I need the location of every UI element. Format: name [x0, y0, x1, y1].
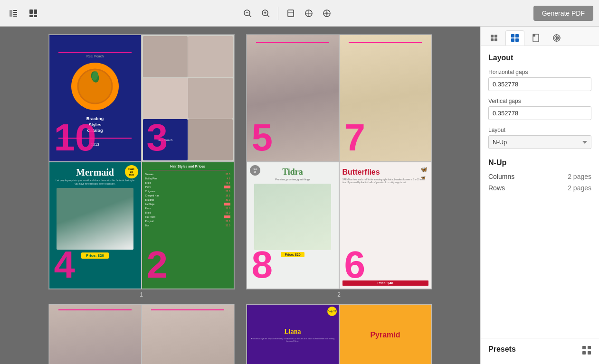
canvas-area[interactable]: Real Peach BraidingStylesCatalog 201: [0, 27, 480, 364]
pink-top-line-7: [349, 42, 422, 43]
svg-rect-34: [511, 38, 514, 42]
butterfly-deco-1: 🦋: [420, 166, 428, 173]
page-cell-mermaid[interactable]: Fast15min Mermaid Let people peep into y…: [49, 162, 142, 289]
hair-img-t1: [49, 305, 141, 364]
svg-rect-33: [515, 34, 519, 37]
page-cell-collage[interactable]: Real Peach 3: [142, 35, 234, 162]
fast-badge: Fast15min: [125, 165, 138, 178]
page-num-7: 7: [344, 119, 366, 157]
page-cell-prices[interactable]: Hair Styles and Prices Tresses23.5 Bobby…: [142, 162, 234, 289]
svg-rect-0: [10, 10, 12, 17]
vertical-gaps-input[interactable]: [488, 106, 591, 120]
page-grid-1: Real Peach BraidingStylesCatalog 201: [48, 34, 235, 289]
svg-rect-35: [515, 38, 519, 42]
main-content: Real Peach BraidingStylesCatalog 201: [0, 27, 599, 364]
page-spread-1: Real Peach BraidingStylesCatalog 201: [48, 34, 235, 298]
price-row: Braiding30.0: [144, 198, 231, 202]
layout-section-title: Layout: [488, 54, 591, 62]
svg-rect-46: [588, 346, 591, 349]
vertical-gaps-label: Vertical gaps: [488, 98, 591, 104]
spread-row-1: Real Peach BraidingStylesCatalog 201: [48, 34, 432, 298]
price-row: La Plage44.0: [144, 202, 231, 206]
spread-label-2: 2: [337, 291, 341, 298]
page-num-4: 4: [54, 246, 76, 284]
svg-rect-8: [34, 15, 37, 17]
toolbar: Generate PDF: [0, 0, 599, 27]
generate-pdf-button[interactable]: Generate PDF: [533, 6, 593, 21]
toolbar-left: [6, 6, 41, 21]
app-container: Generate PDF Real Peach: [0, 0, 599, 364]
page-num-6: 6: [344, 246, 366, 284]
brand-label: Real Peach: [86, 55, 104, 58]
hair-thumb-1: [143, 36, 188, 77]
fast-badge-tiara: Fast15: [250, 165, 260, 176]
page-cell-braiding[interactable]: Real Peach BraidingStylesCatalog 201: [49, 35, 142, 162]
svg-rect-5: [29, 9, 33, 14]
zoom-in-button[interactable]: [258, 6, 273, 21]
presets-section: Presets: [481, 338, 599, 364]
price-row: Braid55.0: [144, 211, 231, 215]
page-thumb-pyramid[interactable]: Pyramid: [339, 304, 432, 364]
page-thumb-hair-2[interactable]: [142, 304, 234, 364]
mermaid-title: Mermaid: [76, 167, 114, 178]
nup-section-title: N-Up: [488, 159, 591, 167]
fit-page-button[interactable]: [283, 6, 298, 21]
toolbar-center: [45, 6, 530, 21]
layout-field: Layout N-Up Booklet Custom: [488, 127, 591, 149]
page-cell-butterflies[interactable]: 🦋 🦋 Butterflies SPEND an hour and a half…: [339, 162, 432, 289]
mermaid-price: Price: $20: [81, 252, 109, 259]
presets-grid-button[interactable]: [582, 345, 591, 357]
price-row: Perm39.5: [144, 185, 231, 189]
page-grid-2: 5 7 Fast15 Tidra Promises, promises,: [246, 34, 432, 289]
price-row: Braid45.5: [144, 181, 231, 185]
tab-target[interactable]: [547, 30, 566, 46]
tab-layout[interactable]: [505, 30, 524, 46]
butterfly-deco-2: 🦋: [421, 176, 426, 180]
page-thumb-hair-1[interactable]: [49, 304, 142, 364]
page-thumb-liana[interactable]: Only 20 Liana A universal style for any …: [247, 304, 339, 364]
page-grid-3: [48, 304, 235, 364]
price-row: Crimped Hair18.5: [144, 194, 231, 197]
mermaid-image: [57, 188, 134, 250]
panel-tabs: [481, 27, 599, 46]
svg-rect-47: [582, 351, 586, 355]
page-cell-5[interactable]: 5: [247, 35, 339, 162]
svg-rect-31: [494, 38, 497, 41]
svg-line-15: [267, 15, 269, 17]
price-row: Tresses23.5: [144, 172, 231, 176]
page-num-3: 3: [147, 119, 168, 157]
layout-label: Layout: [488, 127, 591, 133]
toolbar-separator: [278, 7, 278, 20]
page-spread-4: Only 20 Liana A universal style for any …: [246, 304, 432, 364]
price-row: Bobby Pins4.8: [144, 177, 231, 180]
horizontal-gaps-field: Horizontal gaps: [488, 69, 591, 91]
pages-toggle-button[interactable]: [26, 6, 41, 21]
page-cell-tiara[interactable]: Fast15 Tidra Promises, promises, great t…: [247, 162, 339, 289]
tiara-price: Price: $20: [281, 252, 304, 257]
svg-rect-3: [13, 14, 17, 15]
layout-select[interactable]: N-Up Booklet Custom: [488, 135, 591, 149]
page-num-10: 10: [54, 119, 96, 157]
horizontal-gaps-input[interactable]: [488, 77, 591, 91]
price-row: Ponytail36.8: [144, 219, 231, 223]
pink-line-top: [58, 52, 132, 53]
price-row: Perm36.8: [144, 206, 231, 210]
right-panel: Layout Horizontal gaps Vertical gaps Lay…: [480, 27, 599, 364]
sidebar-toggle-button[interactable]: [6, 6, 21, 21]
hair-thumb-3: [143, 78, 188, 119]
fit-all-button[interactable]: [319, 6, 334, 21]
zoom-out-button[interactable]: [240, 6, 255, 21]
page-spread-3: [48, 304, 235, 364]
tab-layers[interactable]: [485, 30, 504, 46]
prices-title: Hair Styles and Prices: [144, 165, 231, 168]
panel-content: Layout Horizontal gaps Vertical gaps Lay…: [481, 46, 599, 338]
price-row: Flat Perm28.0: [144, 215, 231, 219]
fit-width-button[interactable]: [301, 6, 316, 21]
page-cell-7[interactable]: 7: [339, 35, 432, 162]
liana-title: Liana: [284, 328, 301, 336]
tab-page[interactable]: [526, 30, 545, 46]
svg-rect-7: [29, 15, 33, 17]
horizontal-gaps-label: Horizontal gaps: [488, 69, 591, 75]
prices-pink-line: [149, 170, 227, 170]
svg-rect-48: [588, 351, 591, 355]
